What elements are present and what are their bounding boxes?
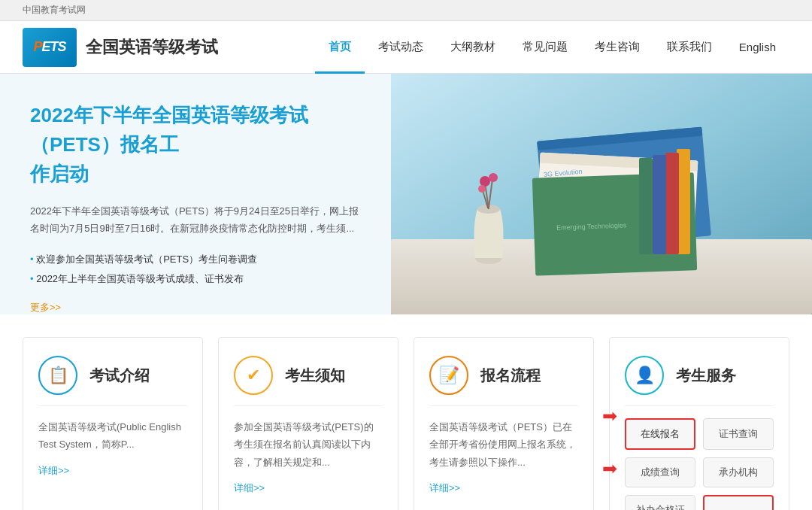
red-arrow-annotation-2: ➡ xyxy=(602,458,617,479)
nav-item-news[interactable]: 考试动态 xyxy=(365,21,437,74)
service-icon: 👤 xyxy=(625,356,664,395)
hero-image: Mainstream Fiction Emerging Technologies xyxy=(391,74,812,314)
intro-icon: 📋 xyxy=(38,356,77,395)
service-btn-cert-query[interactable]: 证书查询 xyxy=(703,418,774,450)
service-btn-score-query[interactable]: 成绩查询 xyxy=(625,457,695,487)
svg-rect-12 xyxy=(639,158,653,254)
service-btn-organizer[interactable]: 承办机构 xyxy=(703,457,774,487)
hero-more-link[interactable]: 更多>> xyxy=(30,301,361,314)
header: PETS 全国英语等级考试 首页 考试动态 大纲教材 常见问题 考生咨询 联系我… xyxy=(0,21,812,74)
card-intro: 📋 考试介绍 全国英语等级考试(Public English Test Syst… xyxy=(23,337,203,510)
nav-item-syllabus[interactable]: 大纲教材 xyxy=(437,21,509,74)
card-intro-link[interactable]: 详细>> xyxy=(38,464,187,478)
card-process-header: 📝 报名流程 xyxy=(429,356,578,406)
logo-box: PETS xyxy=(23,28,77,67)
service-btn-reissue[interactable]: 补办合格证明书 xyxy=(625,495,695,510)
svg-point-19 xyxy=(489,173,498,182)
card-intro-header: 📋 考试介绍 xyxy=(38,356,187,406)
notice-icon: ✔ xyxy=(234,356,273,395)
card-notice: ✔ 考生须知 参加全国英语等级考试(PETS)的考生须在报名前认真阅读以下内容，… xyxy=(218,337,398,510)
red-arrow-annotation: ➡ xyxy=(602,405,617,427)
svg-rect-11 xyxy=(653,155,666,254)
cards-section: 📋 考试介绍 全国英语等级考试(Public English Test Syst… xyxy=(0,314,812,510)
card-intro-title: 考试介绍 xyxy=(89,366,150,386)
card-service: ➡ ➡ 👤 考生服务 在线报名 证书查询 成绩查询 承办机构 补办合格证明书 下… xyxy=(609,337,789,510)
logo-text: PETS xyxy=(33,39,65,55)
top-bar: 中国教育考试网 xyxy=(0,0,812,21)
nav-item-home[interactable]: 首页 xyxy=(315,21,365,74)
books-illustration: Mainstream Fiction Emerging Technologies xyxy=(391,74,812,314)
card-intro-body: 全国英语等级考试(Public English Test System，简称P.… xyxy=(38,418,187,454)
hero-banner: 2022年下半年全国英语等级考试（PETS）报名工作启动 2022年下半年全国英… xyxy=(0,74,812,314)
card-service-title: 考生服务 xyxy=(676,366,736,386)
card-notice-link[interactable]: 详细>> xyxy=(234,481,383,495)
svg-point-18 xyxy=(480,176,490,187)
nav-item-consult[interactable]: 考生咨询 xyxy=(581,21,653,74)
card-notice-header: ✔ 考生须知 xyxy=(234,356,383,406)
hero-title: 2022年下半年全国英语等级考试（PETS）报名工作启动 xyxy=(30,101,361,189)
process-icon: 📝 xyxy=(429,356,468,395)
card-process: 📝 报名流程 全国英语等级考试（PETS）已在全部开考省份使用网上报名系统，考生… xyxy=(414,337,594,510)
logo-area: PETS 全国英语等级考试 xyxy=(23,28,218,67)
card-process-link[interactable]: 详细>> xyxy=(429,481,578,495)
service-btn-download-ticket[interactable]: 下载准考证 xyxy=(703,495,774,510)
hero-content: 2022年下半年全国英语等级考试（PETS）报名工作启动 2022年下半年全国英… xyxy=(0,74,391,314)
svg-rect-10 xyxy=(665,153,679,254)
logo-title: 全国英语等级考试 xyxy=(86,36,218,59)
top-bar-text: 中国教育考试网 xyxy=(23,4,86,17)
card-notice-title: 考生须知 xyxy=(285,366,345,386)
card-service-header: 👤 考生服务 xyxy=(625,356,774,406)
service-grid: 在线报名 证书查询 成绩查询 承办机构 补办合格证明书 下载准考证 xyxy=(625,418,774,510)
svg-point-20 xyxy=(478,185,486,193)
service-btn-register[interactable]: 在线报名 xyxy=(625,418,695,450)
main-nav: 首页 考试动态 大纲教材 常见问题 考生咨询 联系我们 English xyxy=(315,21,789,73)
hero-bullet-1: 欢迎参加全国英语等级考试（PETS）考生问卷调查 xyxy=(30,250,361,269)
card-process-body: 全国英语等级考试（PETS）已在全部开考省份使用网上报名系统，考生请参照以下操作… xyxy=(429,418,578,471)
card-process-title: 报名流程 xyxy=(480,366,541,386)
hero-bullets: 欢迎参加全国英语等级考试（PETS）考生问卷调查 2022年上半年全国英语等级考… xyxy=(30,250,361,289)
nav-item-contact[interactable]: 联系我们 xyxy=(653,21,726,74)
nav-item-english[interactable]: English xyxy=(726,21,789,74)
card-notice-body: 参加全国英语等级考试(PETS)的考生须在报名前认真阅读以下内容，了解相关规定和… xyxy=(234,418,383,471)
hero-description: 2022年下半年全国英语等级考试（PETS）将于9月24日至25日举行，网上报名… xyxy=(30,202,361,238)
nav-item-faq[interactable]: 常见问题 xyxy=(509,21,581,74)
hero-bullet-2: 2022年上半年全国英语等级考试成绩、证书发布 xyxy=(30,269,361,289)
